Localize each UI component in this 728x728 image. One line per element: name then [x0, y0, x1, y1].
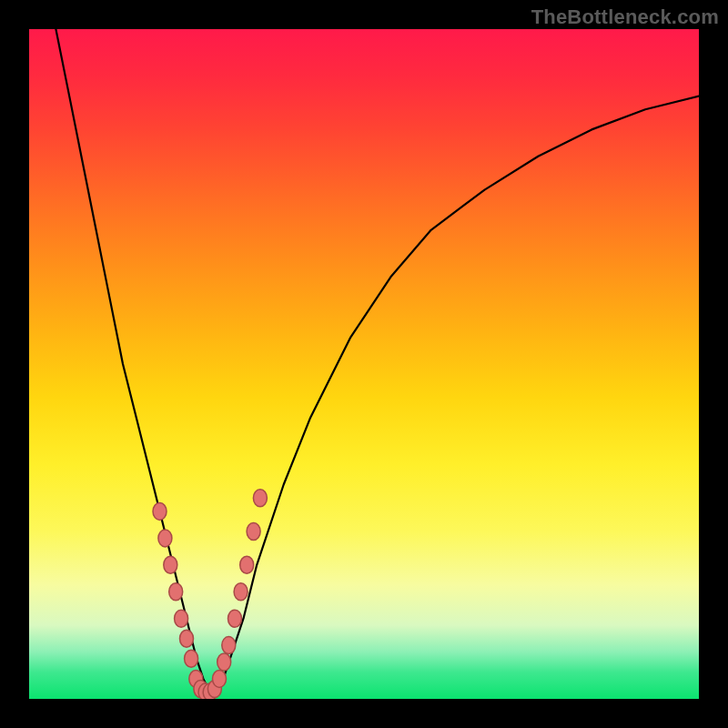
marker-dot — [175, 610, 188, 627]
chart-svg — [29, 29, 699, 699]
marker-dot — [240, 556, 254, 573]
marker-dot — [153, 502, 167, 520]
chart-frame: TheBottleneck.com — [0, 0, 728, 728]
marker-dot — [180, 630, 194, 647]
marker-dot — [158, 530, 172, 547]
marker-dot — [217, 653, 231, 671]
marker-dot — [169, 583, 183, 601]
marker-dot — [247, 523, 260, 541]
marker-dot — [185, 650, 198, 667]
marker-dot — [164, 556, 177, 573]
plot-area — [29, 29, 699, 699]
marker-dot — [253, 490, 267, 507]
marker-dot — [222, 637, 236, 654]
marker-dot — [213, 670, 227, 687]
bottleneck-curve — [56, 29, 699, 693]
marker-dot — [228, 610, 242, 627]
marker-dot — [234, 583, 248, 601]
watermark: TheBottleneck.com — [531, 5, 719, 29]
